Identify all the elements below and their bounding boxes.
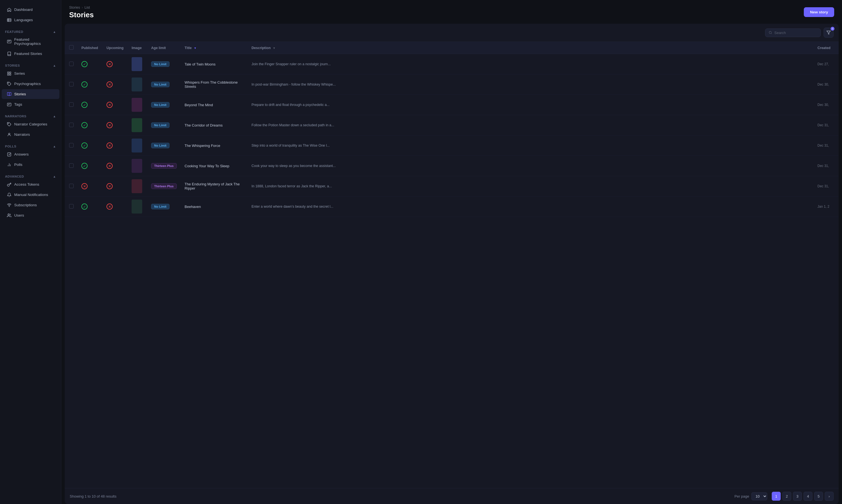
- breadcrumb: Stories › List: [69, 5, 94, 10]
- age-limit-badge: No Limit: [151, 122, 169, 128]
- table-row[interactable]: ✓✕Thirteen PlusCooking Your Way To Sleep…: [65, 156, 839, 176]
- sidebar-subscriptions-label: Subscriptions: [14, 203, 37, 207]
- sidebar-stories-label: Stories: [14, 92, 26, 96]
- created-cell: Jan 1, 2: [813, 197, 839, 217]
- svg-point-18: [9, 206, 9, 206]
- page-btn-5[interactable]: 5: [814, 492, 823, 501]
- svg-point-13: [8, 133, 10, 134]
- new-story-button[interactable]: New story: [804, 7, 834, 17]
- title-cell: The Corridor of Dreams: [181, 115, 248, 136]
- page-btn-2[interactable]: 2: [782, 492, 791, 501]
- chevron-up-icon4: ▲: [53, 145, 56, 148]
- sidebar-item-series[interactable]: Series: [2, 69, 59, 78]
- upcoming-x-icon: ✕: [107, 122, 113, 128]
- published-check-icon: ✓: [82, 82, 88, 88]
- table-row[interactable]: ✓✕No LimitTale of Twin MoonsJoin the Fin…: [65, 54, 839, 74]
- sidebar-item-answers[interactable]: Answers: [2, 149, 59, 159]
- story-image: [131, 179, 142, 193]
- row-checkbox[interactable]: [69, 163, 74, 168]
- tag-icon: [7, 39, 12, 44]
- story-image: [131, 57, 142, 71]
- col-upcoming: Upcoming: [103, 42, 128, 54]
- svg-rect-14: [7, 153, 11, 156]
- svg-marker-22: [827, 31, 830, 34]
- col-description[interactable]: Description ▼: [248, 42, 813, 54]
- age-limit-badge: Thirteen Plus: [151, 183, 177, 189]
- sidebar-item-subscriptions[interactable]: Subscriptions: [2, 200, 59, 210]
- svg-point-19: [8, 214, 9, 215]
- sidebar-item-featured-psychographics[interactable]: Featured Psychographics: [2, 35, 59, 48]
- age-limit-badge: Thirteen Plus: [151, 163, 177, 169]
- pagination: 12345›: [772, 492, 834, 501]
- sidebar-item-users[interactable]: Users: [2, 211, 59, 220]
- story-image: [131, 77, 142, 91]
- sidebar-psychographics-label: Psychographics: [14, 82, 41, 86]
- created-cell: Dec 31,: [813, 176, 839, 197]
- row-checkbox[interactable]: [69, 82, 74, 86]
- title-cell: Cooking Your Way To Sleep: [181, 156, 248, 176]
- select-all-checkbox[interactable]: [69, 45, 74, 50]
- sidebar-item-psychographics[interactable]: Psychographics: [2, 79, 59, 89]
- sidebar-item-featured-stories[interactable]: Featured Stories: [2, 49, 59, 58]
- col-title[interactable]: Title ▼: [181, 42, 248, 54]
- upcoming-x-icon: ✕: [107, 183, 113, 189]
- page-btn-1[interactable]: 1: [772, 492, 781, 501]
- filter-button[interactable]: 0: [824, 28, 834, 38]
- language-icon: [7, 18, 12, 22]
- stories-table-container: 0 Published Upcoming: [65, 24, 839, 504]
- table-row[interactable]: ✓✕No LimitBeyond The MindPrepare to drif…: [65, 95, 839, 115]
- sidebar-item-narrators[interactable]: Narrators: [2, 130, 59, 139]
- section-stories: Stories ▲: [0, 61, 61, 68]
- sidebar-item-stories[interactable]: Stories: [2, 89, 59, 99]
- section-advanced: Advanced ▲: [0, 172, 61, 179]
- table-row[interactable]: ✓✕No LimitThe Whispering ForceStep into …: [65, 136, 839, 156]
- upcoming-x-icon: ✕: [107, 142, 113, 148]
- search-input[interactable]: [774, 31, 817, 35]
- sidebar-item-tags[interactable]: Tags: [2, 100, 59, 109]
- tag4-icon: [7, 122, 12, 127]
- stories-table: Published Upcoming Image Age limit Title: [65, 42, 839, 217]
- page-next-button[interactable]: ›: [825, 492, 834, 501]
- age-limit-badge: No Limit: [151, 61, 169, 67]
- page-btn-3[interactable]: 3: [793, 492, 802, 501]
- title-cell: Whispers From The Cobblestone Streets: [181, 74, 248, 95]
- svg-rect-7: [10, 74, 11, 75]
- row-checkbox[interactable]: [69, 61, 74, 66]
- sidebar-item-access-tokens[interactable]: Access Tokens: [2, 180, 59, 189]
- age-limit-badge: No Limit: [151, 143, 169, 148]
- row-checkbox[interactable]: [69, 184, 74, 188]
- sidebar-item-narrator-categories[interactable]: Narrator Categories: [2, 119, 59, 129]
- upcoming-x-icon: ✕: [107, 203, 113, 210]
- row-checkbox[interactable]: [69, 102, 74, 107]
- published-check-icon: ✓: [82, 102, 88, 108]
- description-cell: In 1888, London faced terror as Jack the…: [248, 176, 813, 197]
- sidebar-item-languages[interactable]: Languages: [2, 15, 59, 25]
- col-select-all[interactable]: [65, 42, 77, 54]
- table-row[interactable]: ✓✕No LimitWhispers From The Cobblestone …: [65, 74, 839, 95]
- story-image: [131, 118, 142, 132]
- sidebar-featured-psychographics-label: Featured Psychographics: [14, 37, 54, 46]
- per-page-select[interactable]: 10 20 50: [751, 492, 767, 500]
- story-image: [131, 159, 142, 173]
- table-row[interactable]: ✕✕Thirteen PlusThe Enduring Mystery of J…: [65, 176, 839, 197]
- age-limit-badge: No Limit: [151, 204, 169, 209]
- sidebar-dashboard-label: Dashboard: [14, 7, 33, 12]
- published-check-icon: ✓: [82, 203, 88, 210]
- chevron-up-icon: ▲: [53, 30, 56, 33]
- grid-icon: [7, 71, 12, 76]
- row-checkbox[interactable]: [69, 123, 74, 127]
- sidebar: Dashboard Languages Featured ▲ Featured …: [0, 0, 61, 504]
- sidebar-item-polls[interactable]: Polls: [2, 160, 59, 169]
- col-age-limit: Age limit: [147, 42, 181, 54]
- sidebar-item-dashboard[interactable]: Dashboard: [2, 5, 59, 15]
- row-checkbox[interactable]: [69, 204, 74, 209]
- table-row[interactable]: ✓✕No LimitBeehavenEnter a world where da…: [65, 197, 839, 217]
- table-row[interactable]: ✓✕No LimitThe Corridor of DreamsFollow t…: [65, 115, 839, 136]
- breadcrumb-root: Stories: [69, 5, 80, 10]
- table-footer: Showing 1 to 10 of 48 results Per page 1…: [65, 488, 839, 504]
- svg-point-12: [8, 123, 8, 124]
- sidebar-item-manual-notifications[interactable]: Manual Notifications: [2, 190, 59, 200]
- page-btn-4[interactable]: 4: [804, 492, 812, 501]
- search-box[interactable]: [765, 29, 821, 37]
- row-checkbox[interactable]: [69, 143, 74, 147]
